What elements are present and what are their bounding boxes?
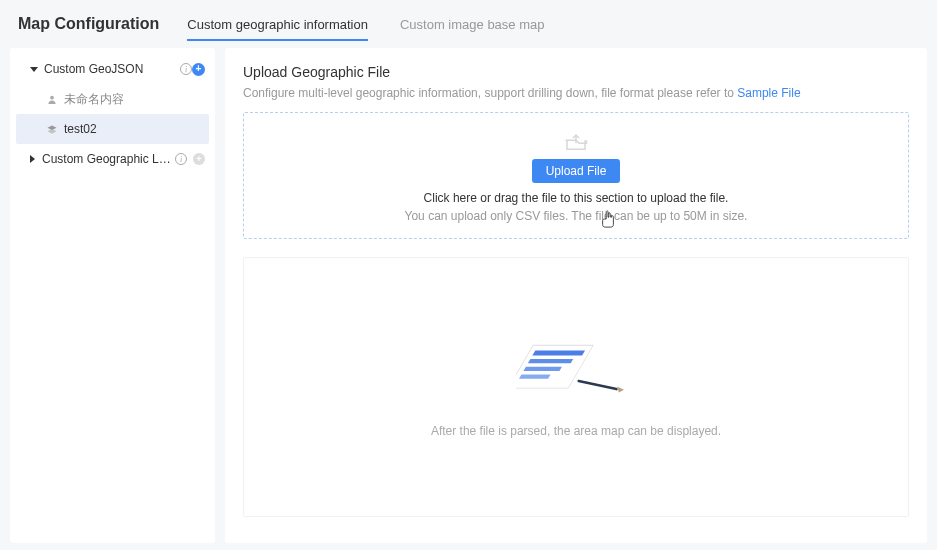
add-disabled-icon: + (193, 153, 205, 165)
empty-state-illustration (516, 336, 636, 406)
sidebar-item-untitled[interactable]: 未命名内容 (10, 84, 215, 114)
sample-file-link[interactable]: Sample File (737, 86, 800, 100)
tab-custom-geo-info[interactable]: Custom geographic information (187, 8, 368, 40)
sidebar-group-label: Custom GeoJSON (44, 62, 176, 76)
upload-tray-icon (561, 129, 591, 153)
dropzone-hint: You can upload only CSV files. The file … (405, 209, 748, 223)
svg-rect-8 (577, 380, 618, 391)
sidebar-group-custom-geojson[interactable]: Custom GeoJSON i + (10, 54, 215, 84)
sidebar-group-custom-geo-layers[interactable]: Custom Geographic L… i + (10, 144, 215, 174)
info-icon[interactable]: i (175, 153, 187, 165)
svg-marker-9 (617, 386, 624, 392)
tabs: Custom geographic information Custom ima… (187, 8, 544, 40)
layers-icon (46, 124, 58, 135)
dropzone-instruction: Click here or drag the file to this sect… (424, 191, 729, 205)
tab-custom-image-basemap[interactable]: Custom image base map (400, 8, 545, 40)
info-icon[interactable]: i (180, 63, 192, 75)
chevron-right-icon (30, 155, 35, 163)
svg-point-0 (50, 95, 54, 99)
preview-placeholder-text: After the file is parsed, the area map c… (431, 424, 721, 438)
sidebar-group-label: Custom Geographic L… (42, 152, 171, 166)
main-description: Configure multi-level geographic informa… (243, 86, 909, 100)
main-desc-text: Configure multi-level geographic informa… (243, 86, 737, 100)
chevron-down-icon (30, 67, 38, 72)
upload-button[interactable]: Upload File (532, 159, 621, 183)
svg-rect-6 (523, 367, 561, 371)
main-panel: Upload Geographic File Configure multi-l… (225, 48, 927, 543)
svg-rect-5 (528, 359, 573, 363)
upload-dropzone[interactable]: Upload File Click here or drag the file … (243, 112, 909, 239)
sidebar-item-test02[interactable]: test02 (16, 114, 209, 144)
svg-marker-2 (47, 129, 56, 134)
user-icon (46, 94, 58, 105)
page-title: Map Configuration (18, 15, 159, 33)
svg-rect-4 (532, 350, 585, 355)
sidebar: Custom GeoJSON i + 未命名内容 test02 Custom G… (10, 48, 215, 543)
sidebar-item-label: test02 (64, 122, 199, 136)
preview-placeholder: After the file is parsed, the area map c… (243, 257, 909, 517)
svg-rect-7 (519, 374, 551, 378)
main-title: Upload Geographic File (243, 64, 909, 80)
sidebar-item-label: 未命名内容 (64, 91, 205, 108)
add-icon[interactable]: + (192, 63, 205, 76)
